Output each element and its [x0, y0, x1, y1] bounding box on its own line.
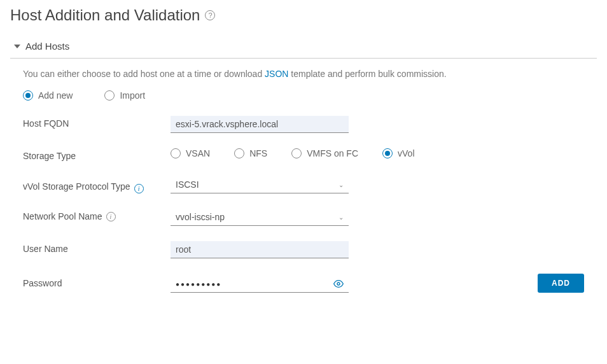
page-title-text: Host Addition and Validation	[10, 6, 200, 24]
label-vvol-protocol-text: vVol Storage Protocol Type	[23, 181, 130, 192]
radio-label-nfs: NFS	[249, 148, 267, 158]
label-network-pool: Network Pool Name i	[23, 209, 171, 221]
add-button[interactable]: ADD	[538, 274, 584, 293]
radio-vsan[interactable]: VSAN	[171, 148, 210, 158]
password-masked: ●●●●●●●●●	[176, 281, 333, 288]
vvol-protocol-select[interactable]: ISCSI ⌄	[171, 176, 349, 193]
radio-icon	[382, 148, 393, 158]
section-title: Add Hosts	[25, 41, 69, 52]
section-header-add-hosts[interactable]: Add Hosts	[10, 37, 597, 59]
radio-add-new[interactable]: Add new	[23, 90, 73, 101]
radio-label-vsan: VSAN	[186, 148, 210, 158]
radio-nfs[interactable]: NFS	[234, 148, 267, 158]
label-host-fqdn: Host FQDN	[23, 116, 171, 129]
label-user-name: User Name	[23, 241, 171, 254]
intro-prefix: You can either choose to add host one at…	[23, 69, 265, 79]
vvol-protocol-value: ISCSI	[176, 179, 199, 190]
radio-icon	[234, 148, 244, 158]
intro-suffix: template and perform bulk commission.	[288, 69, 446, 79]
chevron-down-icon: ⌄	[338, 181, 344, 188]
label-storage-type: Storage Type	[23, 148, 171, 161]
label-network-pool-text: Network Pool Name	[23, 211, 102, 221]
radio-icon	[104, 90, 115, 101]
radio-vmfs-fc[interactable]: VMFS on FC	[291, 148, 358, 158]
label-password: Password	[23, 276, 171, 288]
chevron-down-icon	[14, 45, 20, 48]
json-link[interactable]: JSON	[265, 69, 288, 79]
network-pool-select[interactable]: vvol-iscsi-np ⌄	[171, 209, 349, 226]
radio-label-add-new: Add new	[38, 90, 73, 101]
network-pool-value: vvol-iscsi-np	[176, 212, 225, 222]
radio-label-import: Import	[120, 90, 145, 101]
radio-label-vvol: vVol	[398, 148, 414, 158]
info-icon[interactable]: i	[106, 212, 116, 221]
page-title: Host Addition and Validation ?	[10, 6, 597, 24]
help-icon[interactable]: ?	[205, 10, 215, 20]
chevron-down-icon: ⌄	[338, 214, 344, 221]
radio-vvol[interactable]: vVol	[382, 148, 414, 158]
radio-icon	[291, 148, 302, 158]
user-name-input[interactable]	[171, 241, 349, 258]
intro-text: You can either choose to add host one at…	[23, 69, 584, 79]
radio-icon	[171, 148, 181, 158]
info-icon[interactable]: i	[134, 184, 144, 193]
eye-icon[interactable]	[333, 279, 344, 289]
radio-import[interactable]: Import	[104, 90, 145, 101]
svg-point-0	[337, 283, 340, 285]
password-input[interactable]: ●●●●●●●●●	[171, 276, 349, 293]
host-fqdn-input[interactable]	[171, 116, 349, 133]
mode-radio-group: Add new Import	[23, 90, 584, 101]
storage-type-radio-group: VSAN NFS VMFS on FC vVol	[171, 148, 584, 158]
radio-label-vmfs-fc: VMFS on FC	[307, 148, 358, 158]
label-vvol-protocol: vVol Storage Protocol Type i	[23, 176, 171, 193]
radio-icon	[23, 90, 33, 101]
